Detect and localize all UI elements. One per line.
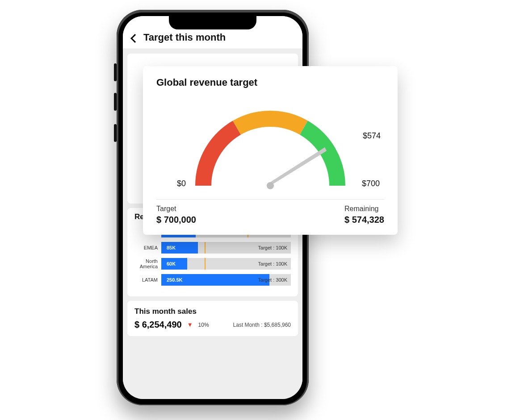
back-icon[interactable] (129, 33, 139, 43)
region-target-tick (205, 258, 206, 270)
sales-card-title: This month sales (134, 307, 291, 316)
region-bar: 250.5KTarget : 300K (161, 274, 291, 286)
sales-change-pct: 10% (198, 322, 209, 328)
gauge-remaining-value: $ 574,328 (344, 215, 384, 225)
gauge-target-value: $ 700,000 (156, 215, 196, 225)
region-target-label: Target : 100K (258, 242, 287, 254)
gauge-needle (270, 147, 327, 186)
page-title: Target this month (143, 32, 226, 43)
phone-notch (169, 16, 256, 29)
region-bar-fill: 85K (161, 242, 198, 254)
gauge-max-label: $700 (362, 179, 380, 188)
region-name: North America (134, 258, 161, 269)
region-rows: APAC80KTarget : 200KEMEA85KTarget : 100K… (134, 226, 291, 286)
gauge-divider (156, 199, 384, 200)
gauge-target-block: Target $ 700,000 (156, 205, 196, 225)
gauge-card: Global revenue target $0 $700 $574 Targe… (143, 66, 398, 235)
region-row: EMEA85KTarget : 100K (134, 242, 291, 254)
region-name: EMEA (134, 245, 161, 250)
svg-point-0 (267, 182, 274, 189)
gauge-stats: Target $ 700,000 Remaining $ 574,328 (156, 205, 384, 225)
region-row: LATAM250.5KTarget : 300K (134, 274, 291, 286)
region-bar-fill: 250.5K (161, 274, 269, 286)
region-name: LATAM (134, 277, 161, 283)
region-target-label: Target : 300K (258, 274, 287, 286)
region-bar: 60KTarget : 100K (161, 258, 291, 270)
region-target-label: Target : 100K (258, 258, 287, 270)
sales-card: This month sales $ 6,254,490 ▼ 10% Last … (127, 301, 298, 336)
sales-amount: $ 6,254,490 (134, 320, 182, 330)
gauge-card-title: Global revenue target (156, 77, 384, 88)
sales-last-month: Last Month : $5,685,960 (233, 322, 291, 328)
region-bar: 85KTarget : 100K (161, 242, 291, 254)
region-row: North America60KTarget : 100K (134, 258, 291, 270)
gauge-chart: $0 $700 $574 (156, 92, 384, 195)
gauge-remaining-block: Remaining $ 574,328 (344, 205, 384, 225)
gauge-remaining-label: Remaining (344, 205, 384, 213)
region-bar-fill: 60K (161, 258, 187, 270)
gauge-value-label: $574 (363, 131, 381, 141)
gauge-target-label: Target (156, 205, 196, 213)
caret-down-icon: ▼ (187, 321, 193, 328)
region-target-tick (205, 242, 206, 254)
gauge-min-label: $0 (177, 179, 186, 188)
